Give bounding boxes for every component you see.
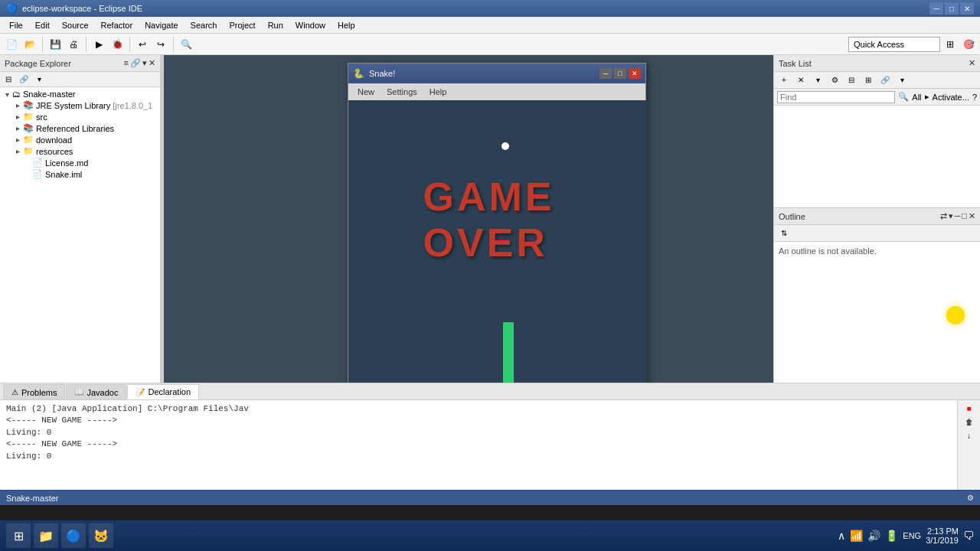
task-settings-btn[interactable]: ⚙ — [828, 74, 841, 86]
link-btn[interactable]: 🔗 — [17, 73, 31, 86]
tree-jre[interactable]: ▸ 📚 JRE System Library [jre1.8.0_1 — [0, 99, 160, 111]
menu-help[interactable]: Help — [332, 17, 361, 33]
task-view-btn[interactable]: ▾ — [895, 74, 909, 86]
debug-button[interactable]: 🐞 — [109, 36, 126, 53]
snake-close-btn[interactable]: ✕ — [629, 68, 641, 79]
toolbar-separator-3 — [129, 37, 130, 52]
tree-root-snake[interactable]: ▾ 🗂 Snake-master — [0, 89, 160, 99]
menu-window[interactable]: Window — [289, 17, 332, 33]
perspective-button[interactable]: ⊞ — [942, 36, 959, 53]
task-filter-btn[interactable]: ▾ — [811, 74, 825, 86]
outline-close-icon[interactable]: ✕ — [969, 211, 975, 221]
minimize-button[interactable]: ─ — [929, 2, 943, 15]
snake-menu-help[interactable]: Help — [423, 86, 453, 98]
file-explorer-btn[interactable]: 📁 — [34, 523, 58, 548]
save-all-button[interactable]: 🖨 — [65, 36, 82, 53]
link-editor-icon[interactable]: 🔗 — [130, 58, 141, 68]
outline-content: An outline is not available. — [774, 242, 980, 383]
tab-declaration[interactable]: 📝 Declaration — [127, 384, 199, 399]
filter-btn[interactable]: ▾ — [32, 73, 46, 86]
tree-resources[interactable]: ▸ 📁 resources — [0, 145, 160, 157]
task-find-input[interactable] — [777, 91, 895, 103]
tab-problems[interactable]: ⚠ Problems — [3, 384, 65, 399]
status-extra: ⚙ — [967, 494, 974, 502]
task-delete-btn[interactable]: ✕ — [794, 74, 808, 86]
task-collapse-btn[interactable]: ⊟ — [844, 74, 858, 86]
tree-src[interactable]: ▸ 📁 src — [0, 111, 160, 122]
outline-title: Outline — [779, 212, 805, 221]
outline-max-icon[interactable]: □ — [962, 211, 967, 221]
menu-source[interactable]: Source — [56, 17, 95, 33]
toolbar-separator-4 — [173, 37, 174, 52]
outline-header: Outline ⇄ ▾ ─ □ ✕ — [774, 208, 980, 225]
menu-refactor[interactable]: Refactor — [95, 17, 139, 33]
dl-label: download — [36, 135, 72, 145]
open-button[interactable]: 📂 — [21, 36, 38, 53]
console-stop-btn[interactable]: ■ — [962, 402, 976, 414]
github-taskbar-btn[interactable]: 🐱 — [89, 523, 113, 548]
tree-snake-iml[interactable]: 📄 Snake.iml — [0, 168, 160, 180]
tab-javadoc[interactable]: 📖 Javadoc — [66, 384, 126, 399]
tree-download[interactable]: ▸ 📁 download — [0, 134, 160, 145]
tray-notification-icon[interactable]: 🗨 — [963, 530, 974, 542]
menu-run[interactable]: Run — [262, 17, 289, 33]
task-link-btn[interactable]: 🔗 — [878, 74, 892, 86]
close-button[interactable]: ✕ — [960, 2, 974, 15]
close-panel-icon[interactable]: ✕ — [149, 58, 155, 68]
quick-access-bar[interactable]: Quick Access — [848, 37, 940, 52]
save-button[interactable]: 💾 — [47, 36, 64, 53]
tray-network-icon[interactable]: 📶 — [850, 530, 863, 542]
task-expand-btn[interactable]: ⊞ — [861, 74, 875, 86]
outline-sort-btn[interactable]: ⇅ — [777, 227, 791, 240]
snake-window-titlebar[interactable]: 🐍 Snake! ─ □ ✕ — [348, 64, 645, 83]
task-list-panel: Task List ✕ + ✕ ▾ ⚙ ⊟ ⊞ 🔗 ▾ 🔍 All ▸ A — [774, 55, 980, 208]
tray-expand-icon[interactable]: ∧ — [838, 530, 845, 542]
declaration-icon: 📝 — [136, 388, 145, 396]
eclipse-icon: 🔵 — [6, 3, 18, 14]
menu-file[interactable]: File — [3, 17, 29, 33]
collapse-btn[interactable]: ⊟ — [2, 73, 15, 86]
right-panel: Task List ✕ + ✕ ▾ ⚙ ⊟ ⊞ 🔗 ▾ 🔍 All ▸ A — [773, 55, 980, 383]
undo-button[interactable]: ↩ — [134, 36, 151, 53]
iml-label: Snake.iml — [45, 170, 82, 179]
redo-button[interactable]: ↪ — [152, 36, 169, 53]
menu-navigate[interactable]: Navigate — [139, 17, 184, 33]
menu-edit[interactable]: Edit — [29, 17, 56, 33]
start-button[interactable]: ⊞ — [6, 523, 31, 548]
console-clear-btn[interactable]: 🗑 — [962, 416, 976, 428]
view-menu-icon[interactable]: ▾ — [142, 58, 147, 68]
tray-power-icon[interactable]: 🔋 — [885, 530, 898, 542]
outline-collapse-icon[interactable]: ▾ — [949, 211, 953, 221]
snake-minimize-btn[interactable]: ─ — [599, 68, 612, 79]
run-button[interactable]: ▶ — [90, 36, 107, 53]
icons-button[interactable]: 🎯 — [960, 36, 977, 53]
snake-menu-settings[interactable]: Settings — [381, 86, 423, 98]
outline-min-icon[interactable]: ─ — [955, 211, 961, 221]
tray-volume-icon[interactable]: 🔊 — [867, 530, 880, 542]
task-list-close-icon[interactable]: ✕ — [969, 58, 975, 68]
maximize-button[interactable]: □ — [945, 2, 959, 15]
menu-search[interactable]: Search — [185, 17, 224, 33]
tray-time: 2:13 PM — [927, 527, 959, 536]
snake-menu-new[interactable]: New — [351, 86, 381, 98]
console-scroll-btn[interactable]: ↓ — [962, 429, 976, 442]
title-bar: 🔵 eclipse-workspace - Eclipse IDE ─ □ ✕ — [0, 0, 980, 17]
jre-label: JRE System Library [jre1.8.0_1 — [36, 101, 152, 110]
reflib-label: Referenced Libraries — [36, 124, 114, 133]
snake-maximize-btn[interactable]: □ — [614, 68, 626, 79]
menu-project[interactable]: Project — [223, 17, 261, 33]
tree-referenced-libraries[interactable]: ▸ 📚 Referenced Libraries — [0, 122, 160, 134]
task-all-label[interactable]: All — [912, 93, 921, 102]
task-new-btn[interactable]: + — [777, 74, 791, 86]
outline-sync-icon[interactable]: ⇄ — [940, 211, 947, 221]
console-header: Main (2) [Java Application] C:\Program F… — [6, 403, 951, 415]
new-button[interactable]: 📄 — [3, 36, 20, 53]
eclipse-taskbar-btn[interactable]: 🔵 — [61, 523, 86, 548]
task-find-icon[interactable]: 🔍 — [898, 92, 909, 102]
task-help-icon[interactable]: ? — [972, 93, 977, 102]
collapse-all-icon[interactable]: ≡ — [124, 58, 129, 68]
search-button[interactable]: 🔍 — [178, 36, 194, 53]
reflib-icon: 📚 — [23, 123, 34, 133]
tree-license[interactable]: 📄 License.md — [0, 157, 160, 168]
task-activate-btn[interactable]: Activate... — [933, 93, 969, 102]
